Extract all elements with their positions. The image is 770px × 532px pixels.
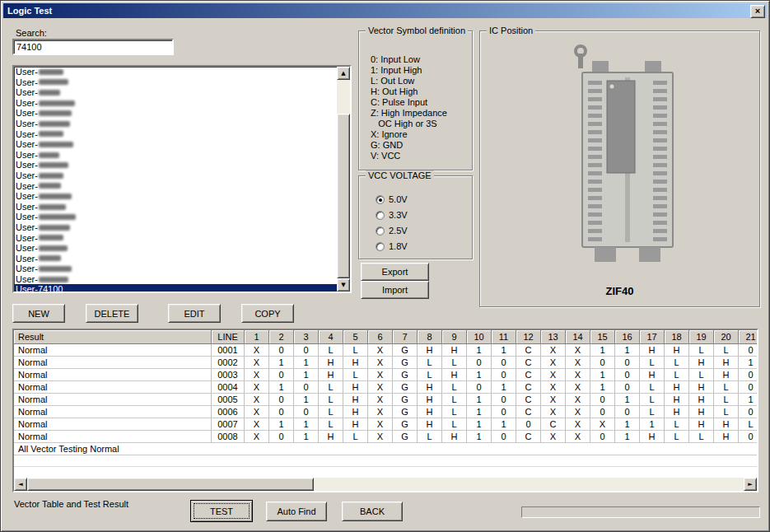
legend-line: V: VCC — [371, 151, 447, 161]
scroll-down-icon[interactable]: ▼ — [337, 278, 350, 292]
table-row[interactable]: Normal0007X11LHXGHL110CXX11LHHL — [14, 418, 757, 431]
list-item[interactable]: User- — [14, 160, 337, 170]
table-row[interactable]: Normal0005X01LHXGHL10CXX01LHHL1 — [14, 394, 757, 406]
radio-icon[interactable] — [376, 211, 385, 220]
table-hscrollbar[interactable]: ◄ ► — [14, 478, 757, 491]
vcc-option-3-3V[interactable]: 3.3V — [376, 210, 408, 220]
vector-cell: C — [516, 369, 541, 381]
radio-icon[interactable] — [376, 226, 385, 236]
list-scrollbar[interactable]: ▲ ▼ — [337, 67, 350, 292]
vector-cell: 1 — [739, 357, 757, 369]
new-button[interactable]: NEW — [12, 304, 65, 323]
list-item[interactable]: User- — [14, 181, 337, 192]
edit-button[interactable]: EDIT — [168, 304, 221, 323]
list-item[interactable]: User- — [14, 129, 337, 140]
vector-cell: H — [442, 369, 467, 381]
table-row[interactable]: Normal0004X10LHXGHL01CXX10LHHL0 — [14, 381, 757, 394]
close-icon[interactable]: × — [750, 5, 765, 18]
vector-cell: X — [566, 369, 590, 381]
vector-cell: X — [245, 369, 269, 381]
auto-find-button[interactable]: Auto Find — [266, 502, 327, 521]
scroll-left-icon[interactable]: ◄ — [14, 478, 27, 491]
list-item[interactable]: User- — [14, 77, 337, 88]
obscured-text — [39, 110, 72, 116]
list-item[interactable]: User- — [14, 150, 337, 161]
vector-cell: X — [245, 357, 269, 369]
list-item[interactable]: User- — [14, 274, 337, 285]
title-bar[interactable]: Logic Test × — [3, 3, 767, 18]
list-item[interactable]: User- — [14, 202, 337, 212]
delete-button[interactable]: DELETE — [86, 304, 138, 323]
vector-cell: 0 — [739, 406, 757, 418]
vector-cell: 1 — [615, 431, 640, 443]
vector-cell: X — [245, 381, 269, 394]
export-button[interactable]: Export — [361, 263, 429, 281]
scroll-right-icon[interactable]: ► — [744, 478, 757, 491]
list-item[interactable]: User- — [14, 108, 337, 119]
vector-cell: L — [665, 369, 689, 381]
obscured-text — [39, 162, 68, 168]
vector-cell: H — [689, 406, 714, 418]
inserted-ic-chip — [607, 81, 635, 173]
summary-row: All Vector Testing Normal — [14, 443, 757, 455]
vector-cell: H — [665, 394, 689, 406]
obscured-text — [39, 266, 72, 272]
list-item[interactable]: User- — [14, 191, 337, 202]
list-item[interactable]: User- — [14, 264, 337, 274]
list-item[interactable]: User- — [14, 222, 337, 233]
obscured-text — [39, 152, 59, 158]
search-input[interactable] — [12, 39, 174, 55]
table-row[interactable]: Normal0003X01HLXGLH10CXX10HLLH0 — [14, 369, 757, 381]
vector-cell: X — [368, 431, 393, 443]
list-item[interactable]: User- — [14, 87, 337, 98]
table-row[interactable]: Normal0001X00LLXGHH11CXX11HHLL0 — [14, 344, 757, 357]
list-item[interactable]: User- — [14, 67, 337, 77]
import-button[interactable]: Import — [361, 281, 429, 299]
list-item[interactable]: User- — [14, 254, 337, 264]
vector-cell: L — [418, 431, 442, 443]
hscroll-thumb[interactable] — [27, 478, 314, 491]
list-item[interactable]: User- — [14, 119, 337, 129]
list-item[interactable]: User- — [14, 212, 337, 222]
column-header-line: LINE — [212, 330, 245, 344]
table-row[interactable]: Normal0006X00LHXGHL10CXX00LHHL0 — [14, 406, 757, 418]
vector-cell: H — [640, 344, 665, 357]
table-row[interactable]: Normal0002X11HHXGLL00CXX00LLHH1 — [14, 357, 757, 369]
result-table[interactable]: ResultLINE123456789101112131415161718192… — [12, 329, 758, 492]
obscured-text — [39, 204, 66, 210]
radio-icon[interactable] — [376, 195, 385, 204]
vector-cell: L — [640, 357, 665, 369]
table-row[interactable]: Normal0008X01HLXGLH10CXX01HLLH0 — [14, 431, 757, 443]
scroll-thumb[interactable] — [337, 114, 350, 278]
copy-button[interactable]: COPY — [241, 304, 294, 323]
list-item[interactable]: User- — [14, 243, 337, 254]
list-item[interactable]: User- — [14, 98, 337, 109]
list-item-selected[interactable]: User-74100 — [14, 284, 337, 292]
radio-icon[interactable] — [376, 242, 385, 251]
vector-cell: X — [566, 418, 590, 431]
back-button[interactable]: BACK — [342, 502, 403, 521]
vector-cell: L — [343, 344, 368, 357]
vcc-option-5-0V[interactable]: 5.0V — [376, 194, 408, 204]
scroll-up-icon[interactable]: ▲ — [337, 67, 350, 80]
vcc-option-1-8V[interactable]: 1.8V — [376, 241, 408, 251]
vcc-option-2-5V[interactable]: 2.5V — [376, 226, 408, 236]
table-header-row: ResultLINE123456789101112131415161718192… — [14, 330, 757, 344]
test-button[interactable]: TEST — [190, 500, 253, 522]
column-header-pin: 20 — [714, 330, 739, 344]
list-item-label: User- — [16, 108, 38, 119]
legend-line: OC High or 3S — [371, 119, 447, 129]
obscured-text — [39, 225, 70, 231]
obscured-text — [39, 142, 73, 147]
list-item-label: User- — [16, 243, 38, 254]
vector-cell: 0 — [590, 431, 615, 443]
list-item[interactable]: User- — [14, 170, 337, 181]
vector-cell: 1 — [615, 394, 640, 406]
vector-cell: 1 — [640, 418, 665, 431]
vector-cell: X — [541, 344, 566, 357]
list-item[interactable]: User- — [14, 233, 337, 244]
list-item[interactable]: User- — [14, 139, 337, 150]
vector-cell: 0 — [615, 381, 640, 394]
user-list[interactable]: User-User-User-User-User-User-User-User-… — [12, 65, 352, 293]
legend-line: 1: Input High — [371, 65, 447, 76]
